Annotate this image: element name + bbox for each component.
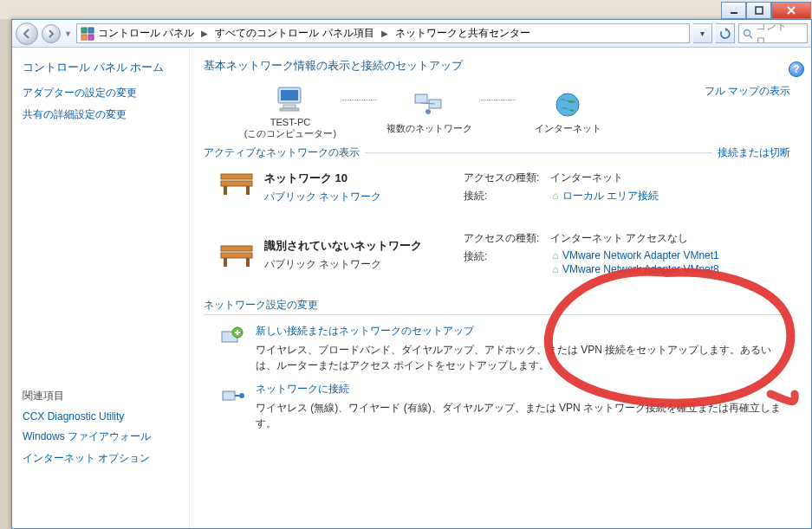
related-internet-options[interactable]: インターネット オプション	[23, 451, 179, 466]
related-header: 関連項目	[23, 389, 179, 403]
new-connection-icon	[219, 324, 245, 350]
bench-icon	[219, 242, 254, 268]
svg-rect-1	[756, 7, 763, 14]
control-panel-icon	[81, 27, 94, 41]
desktop-background	[0, 0, 812, 19]
settings-item-new-connection: 新しい接続またはネットワークのセットアップ ワイヤレス、ブロードバンド、ダイヤル…	[204, 324, 790, 373]
settings-link[interactable]: 新しい接続またはネットワークのセットアップ	[256, 324, 790, 339]
ethernet-icon: ⌂	[550, 249, 561, 261]
explorer-window: ? ▼ コントロール パネル ▶ すべてのコントロール パネル項目 ▶ ネットワ…	[11, 19, 812, 529]
settings-link[interactable]: ネットワークに接続	[256, 382, 790, 397]
window-body: コントロール パネル ホーム アダプターの設定の変更 共有の詳細設定の変更 関連…	[12, 48, 811, 528]
divider	[365, 152, 712, 153]
map-node-label: TEST-PC	[238, 117, 342, 127]
breadcrumb[interactable]: コントロール パネル ▶ すべてのコントロール パネル項目 ▶ ネットワークと共…	[76, 23, 690, 43]
sidebar-spacer	[23, 129, 179, 389]
svg-rect-25	[224, 258, 227, 267]
breadcrumb-item[interactable]: ネットワークと共有センター	[395, 26, 530, 41]
svg-rect-12	[283, 105, 296, 108]
maximize-button[interactable]	[746, 2, 771, 19]
value-access-type: インターネット アクセスなし	[550, 231, 790, 246]
nav-forward-button[interactable]	[42, 24, 61, 43]
svg-point-17	[425, 109, 431, 114]
address-dropdown[interactable]: ▾	[693, 23, 712, 43]
network-settings-header: ネットワーク設定の変更	[204, 298, 790, 315]
svg-rect-20	[221, 181, 252, 186]
network-block-2: 識別されていないネットワーク パブリック ネットワーク アクセスの種類: インタ…	[204, 231, 790, 279]
svg-rect-14	[415, 94, 427, 103]
chevron-right-icon[interactable]: ▶	[381, 29, 388, 38]
svg-rect-5	[88, 28, 94, 33]
nav-history-dropdown[interactable]: ▼	[64, 29, 73, 38]
svg-rect-11	[281, 90, 298, 100]
svg-rect-26	[246, 258, 250, 267]
svg-rect-22	[246, 186, 250, 195]
svg-rect-23	[221, 246, 252, 251]
bench-icon	[219, 171, 254, 197]
map-node-pc[interactable]: TEST-PC (このコンピューター)	[238, 82, 342, 140]
active-networks-header: アクティブなネットワークの表示 接続または切断	[204, 145, 790, 160]
nav-back-button[interactable]	[16, 23, 38, 45]
help-icon[interactable]: ?	[789, 61, 804, 77]
svg-rect-7	[88, 35, 94, 40]
svg-line-9	[750, 35, 752, 38]
active-networks-title: アクティブなネットワークの表示	[204, 145, 360, 160]
map-node-multi[interactable]: 複数のネットワーク	[377, 87, 481, 135]
network-type-text: パブリック ネットワーク	[264, 257, 422, 272]
related-firewall[interactable]: Windows ファイアウォール	[23, 429, 179, 444]
map-node-sublabel: (このコンピューター)	[238, 127, 342, 140]
search-placeholder: コントロ...	[756, 23, 803, 43]
map-node-label: 複数のネットワーク	[377, 122, 481, 135]
svg-rect-31	[223, 391, 235, 400]
map-node-label: インターネット	[516, 122, 620, 135]
sidebar-task-sharing-settings[interactable]: 共有の詳細設定の変更	[23, 107, 179, 122]
search-icon	[743, 29, 752, 39]
ethernet-icon: ⌂	[550, 263, 561, 275]
svg-rect-19	[221, 174, 252, 179]
content-pane: 基本ネットワーク情報の表示と接続のセットアップ フル マップの表示 TEST-P…	[190, 48, 811, 528]
connection-link-vmnet8[interactable]: VMware Network Adapter VMnet8	[562, 263, 719, 275]
svg-rect-6	[81, 35, 87, 40]
svg-rect-13	[280, 108, 299, 111]
related-ccx[interactable]: CCX Diagnostic Utility	[23, 410, 179, 423]
svg-point-8	[744, 29, 750, 35]
svg-rect-21	[224, 186, 227, 195]
network-icon	[377, 87, 481, 122]
network-name: ネットワーク 10	[264, 171, 381, 186]
globe-icon	[516, 87, 620, 122]
computer-icon	[238, 82, 342, 117]
minimize-button[interactable]	[721, 2, 746, 19]
network-type-link[interactable]: パブリック ネットワーク	[264, 190, 381, 204]
label-connections: 接続:	[464, 189, 550, 203]
connect-disconnect-link[interactable]: 接続または切断	[718, 145, 790, 160]
map-node-internet[interactable]: インターネット	[516, 87, 620, 135]
svg-point-32	[239, 393, 244, 398]
network-name: 識別されていないネットワーク	[264, 238, 422, 254]
network-map: TEST-PC (このコンピューター) 複数のネットワーク	[238, 82, 790, 140]
settings-desc: ワイヤレス (無線)、ワイヤード (有線)、ダイヤルアップ、または VPN ネッ…	[256, 400, 790, 431]
settings-desc: ワイヤレス、ブロードバンド、ダイヤルアップ、アドホック、または VPN 接続をセ…	[256, 342, 790, 373]
connection-link-vmnet1[interactable]: VMware Network Adapter VMnet1	[562, 249, 719, 261]
chevron-right-icon[interactable]: ▶	[201, 29, 208, 38]
connection-link-local[interactable]: ローカル エリア接続	[562, 190, 659, 202]
svg-point-18	[556, 94, 579, 116]
address-bar-row: ▼ コントロール パネル ▶ すべてのコントロール パネル項目 ▶ ネットワーク…	[12, 20, 811, 48]
label-access-type: アクセスの種類:	[464, 171, 550, 185]
control-panel-home-link[interactable]: コントロール パネル ホーム	[23, 60, 179, 75]
breadcrumb-item[interactable]: すべてのコントロール パネル項目	[215, 26, 374, 41]
refresh-button[interactable]	[716, 23, 735, 43]
breadcrumb-item[interactable]: コントロール パネル	[98, 26, 194, 41]
label-connections: 接続:	[464, 249, 550, 264]
window-controls	[721, 2, 811, 19]
ethernet-icon: ⌂	[550, 190, 561, 202]
label-access-type: アクセスの種類:	[464, 231, 550, 246]
close-button[interactable]	[771, 2, 811, 19]
sidebar: コントロール パネル ホーム アダプターの設定の変更 共有の詳細設定の変更 関連…	[12, 48, 190, 528]
sidebar-task-adapter-settings[interactable]: アダプターの設定の変更	[23, 86, 179, 100]
connect-icon	[219, 382, 245, 408]
map-connector	[481, 100, 516, 100]
network-block-1: ネットワーク 10 パブリック ネットワーク アクセスの種類: インターネット …	[204, 171, 790, 207]
svg-rect-4	[81, 28, 87, 33]
search-input[interactable]: コントロ...	[738, 23, 808, 43]
value-access-type: インターネット	[550, 171, 790, 185]
